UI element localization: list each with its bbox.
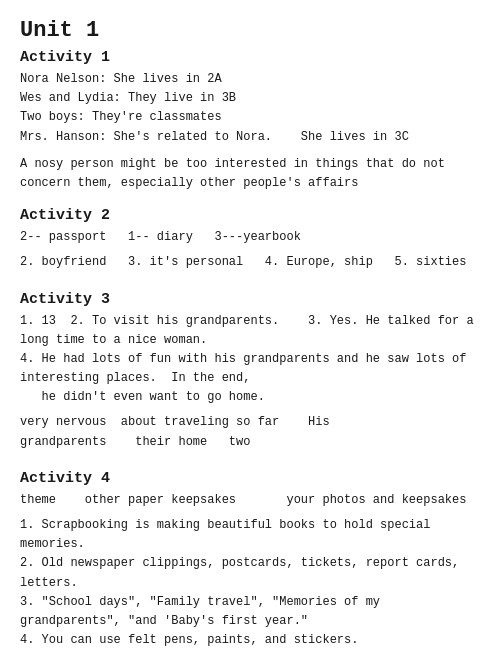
unit-title: Unit 1: [20, 18, 482, 43]
activity-2-content: 2-- passport 1-- diary 3---yearbook 2. b…: [20, 228, 482, 272]
activity-1-title: Activity 1: [20, 49, 482, 66]
activity-1-content: Nora Nelson: She lives in 2A Wes and Lyd…: [20, 70, 482, 193]
activity-4-title: Activity 4: [20, 470, 482, 487]
activity-3-section: Activity 3 1. 13 2. To visit his grandpa…: [20, 291, 482, 452]
activity-2-title: Activity 2: [20, 207, 482, 224]
activity-3-content: 1. 13 2. To visit his grandparents. 3. Y…: [20, 312, 482, 452]
activity-2-section: Activity 2 2-- passport 1-- diary 3---ye…: [20, 207, 482, 272]
activity-1-section: Activity 1 Nora Nelson: She lives in 2A …: [20, 49, 482, 193]
activity-3-title: Activity 3: [20, 291, 482, 308]
activity-4-section: Activity 4 theme other paper keepsakes y…: [20, 470, 482, 649]
activity-4-content: theme other paper keepsakes your photos …: [20, 491, 482, 649]
